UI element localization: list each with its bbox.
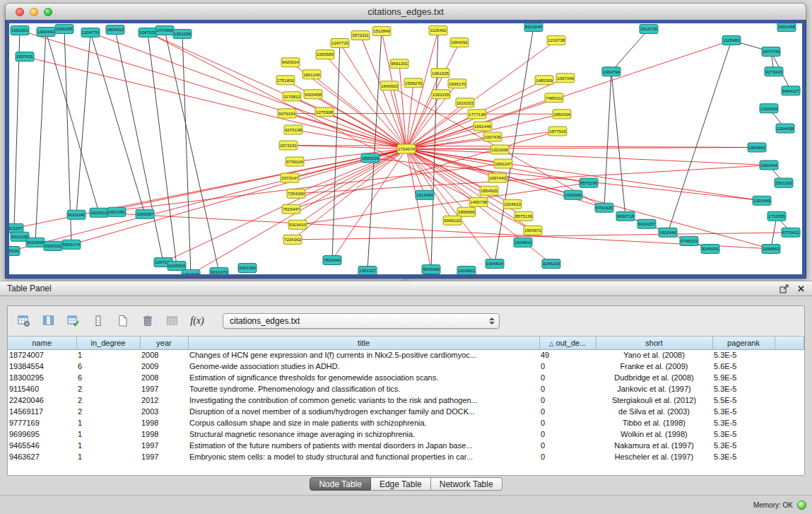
graph-node[interactable]: 1264438 [776, 124, 794, 133]
graph-node[interactable]: 2751800 [276, 76, 295, 85]
function-builder-icon[interactable]: f(x) [188, 312, 206, 330]
graph-node[interactable]: 2501320 [775, 178, 793, 187]
graph-node[interactable]: 1777136 [468, 110, 486, 119]
graph-node[interactable]: 8115530 [9, 246, 20, 255]
graph-node[interactable]: 4275138 [284, 125, 302, 134]
column-header-short[interactable]: short [596, 337, 712, 349]
graph-node[interactable]: 6770412 [782, 228, 800, 237]
graph-node[interactable]: 1854925 [480, 186, 498, 195]
table-row[interactable]: 1872400712008Changes of HCN gene express… [8, 349, 804, 361]
graph-node[interactable]: 1321606 [490, 145, 509, 154]
graph-node[interactable]: 1400442 [37, 28, 55, 37]
graph-node[interactable]: 8113044 [524, 23, 543, 32]
graph-node[interactable]: 1804913 [106, 25, 124, 35]
graph-node[interactable]: 1219738 [547, 36, 565, 45]
graph-node[interactable]: 1952301 [11, 26, 29, 35]
graph-node[interactable]: 1275308 [315, 107, 334, 117]
graph-node[interactable]: 8575236 [579, 178, 598, 187]
graph-node[interactable]: 1602440 [659, 228, 677, 237]
graph-node[interactable]: 1125492 [429, 26, 447, 35]
graph-node[interactable]: 1690185 [55, 25, 73, 34]
graph-node[interactable]: 7485012 [545, 93, 563, 103]
tab-network-table[interactable]: Network Table [431, 477, 502, 491]
graph-node[interactable]: 1304615 [182, 269, 200, 274]
column-header-pagerank[interactable]: pagerank [712, 337, 775, 349]
graph-node[interactable]: 1697443 [488, 173, 507, 182]
graph-node[interactable]: 1204770 [81, 28, 100, 37]
graph-node[interactable]: 1664091 [450, 38, 469, 47]
graph-node[interactable]: 2204913 [503, 199, 522, 209]
table-settings-icon[interactable] [15, 312, 33, 330]
show-columns-icon[interactable] [40, 312, 58, 330]
graph-node[interactable]: 1524810 [514, 238, 532, 247]
graph-node[interactable]: 1470466 [155, 26, 174, 35]
graph-node[interactable]: 1047052 [139, 28, 157, 37]
graph-node[interactable]: 9261360 [238, 263, 257, 272]
graph-node[interactable]: 1801240 [302, 70, 321, 79]
graph-node[interactable]: 1973749 [762, 47, 780, 57]
graph-node[interactable]: 9420458 [304, 90, 322, 99]
tab-edge-table[interactable]: Edge Table [371, 477, 431, 491]
column-header-out-de-[interactable]: △out_de... [539, 337, 596, 349]
table-row[interactable]: 911546021997Tourette syndrome. Phenomeno… [8, 383, 804, 395]
table-row[interactable]: 946554611997Estimation of the future num… [8, 440, 804, 451]
graph-node[interactable]: 7234362 [283, 235, 302, 244]
tab-node-table[interactable]: Node Table [310, 477, 371, 491]
graph-node[interactable]: 9691201 [390, 59, 408, 69]
graph-node[interactable]: 1636170 [448, 79, 466, 88]
table-row[interactable]: 1938455462009Genome-wide association stu… [8, 361, 804, 372]
graph-node[interactable]: 1964794 [602, 67, 620, 76]
graph-node[interactable]: 2007611 [16, 52, 34, 62]
graph-node[interactable]: 9014257 [637, 219, 656, 228]
graph-node[interactable]: 9636718 [616, 211, 635, 221]
graph-node[interactable]: 9420014 [281, 58, 300, 67]
graph-node[interactable]: 1604821 [457, 266, 476, 274]
table-row[interactable]: 1456911722003Disruption of a novel membe… [8, 406, 804, 417]
graph-node[interactable]: 1512849 [372, 27, 391, 36]
graph-node[interactable]: 1593800 [748, 143, 766, 152]
graph-node[interactable]: 1007435 [483, 132, 502, 141]
import-table-icon[interactable] [163, 312, 182, 330]
table-row[interactable]: 2242004622012Investigating the contribut… [8, 395, 804, 406]
graph-node[interactable]: 7615447 [282, 204, 300, 214]
graph-node[interactable]: 1724074 [397, 144, 416, 153]
graph-node[interactable]: 7815442 [323, 255, 341, 264]
graph-node[interactable]: 5905174 [62, 240, 81, 249]
graph-node[interactable]: 2620513 [90, 208, 108, 217]
graph-node[interactable]: 1682444 [760, 160, 778, 170]
graph-node[interactable]: 9245219 [542, 259, 560, 268]
graph-node[interactable]: 1901034 [173, 30, 192, 39]
graph-node[interactable]: 1616253 [456, 98, 474, 107]
graph-node[interactable]: 1554972 [524, 226, 542, 235]
graph-node[interactable]: 6051082 [107, 207, 126, 216]
graph-node[interactable]: 5905322 [44, 241, 62, 250]
graph-node[interactable]: 9245051 [701, 244, 719, 253]
graph-node[interactable]: 1830029 [361, 153, 379, 163]
graph-node[interactable]: 9245563 [167, 261, 186, 270]
graph-node[interactable]: 1354327 [358, 266, 377, 274]
graph-node[interactable]: 1549366 [564, 190, 582, 199]
graph-node[interactable]: 1961925 [431, 69, 449, 78]
graph-node[interactable]: 1895666 [457, 207, 476, 216]
graph-node[interactable]: 1691247 [494, 159, 512, 168]
graph-node[interactable]: 1043087 [136, 209, 154, 218]
graph-node[interactable]: 7254300 [287, 189, 305, 198]
graph-node[interactable]: 2260583 [316, 50, 334, 59]
graph-node[interactable]: 9745023 [680, 236, 698, 245]
graph-node[interactable]: 9454327 [782, 86, 800, 95]
graph-node[interactable]: 1201669 [753, 196, 771, 205]
graph-node[interactable]: 1485309 [535, 76, 553, 85]
graph-node[interactable]: 9545083 [422, 264, 440, 274]
graph-node[interactable]: 1513454 [416, 190, 434, 199]
table-batch-edit-icon[interactable] [64, 312, 83, 330]
graph-node[interactable]: 3175812 [283, 92, 301, 101]
table-row[interactable]: 969969511998Structural magnetic resonanc… [8, 428, 804, 440]
new-table-icon[interactable] [114, 312, 132, 330]
graph-node[interactable]: 1320155 [432, 90, 450, 99]
graph-node[interactable]: 1850334 [553, 110, 571, 119]
graph-node[interactable]: 2673151 [279, 141, 298, 150]
graph-node[interactable]: 5949120 [443, 216, 461, 225]
graph-node[interactable]: 5319410 [288, 220, 307, 229]
graph-node[interactable]: 1115480 [722, 36, 741, 45]
network-canvas[interactable]: 1724074942001427518003175812907915442751… [9, 23, 802, 274]
